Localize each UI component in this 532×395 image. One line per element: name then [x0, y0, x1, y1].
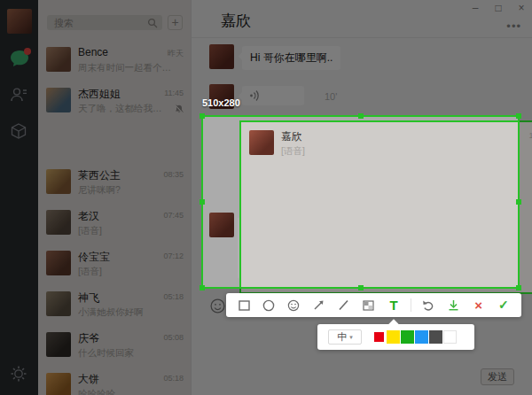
conversation-menu-button[interactable]: ••• [506, 19, 521, 33]
contacts-icon [10, 86, 27, 104]
message-preview: 周末有时间一起看个电影 [78, 62, 171, 74]
chat-list: 搜索 + Bence 昨天 周末有时间一起看个电影 杰西姐姐 11:45 天了噜… [38, 0, 191, 395]
avatar [46, 332, 71, 357]
avatar [46, 373, 71, 395]
cancel-button[interactable]: × [471, 298, 487, 314]
text-tool-button[interactable]: T [386, 298, 402, 314]
resize-handle[interactable] [200, 113, 205, 119]
save-download-button[interactable] [446, 298, 462, 314]
message-text: Hi 哥你在哪里啊.. [250, 51, 332, 64]
list-item-laixigongzhu[interactable]: 莱西公主 08:35 尼讲咪啊? [38, 161, 191, 202]
contact-name: 庆爷 [78, 331, 99, 346]
settings-gear-icon [10, 365, 27, 383]
peer-avatar[interactable] [209, 44, 234, 69]
message-preview: [语音] [78, 225, 171, 237]
last-time: 11:45 [164, 89, 184, 97]
mosaic-icon [363, 300, 374, 311]
list-item-lingbaobao[interactable]: 伶宝宝 07:12 [语音] [38, 243, 191, 283]
message-preview: 小满她叔你好啊 [78, 306, 171, 319]
minimize-button[interactable]: – [469, 2, 481, 14]
color-swatch-red[interactable] [372, 330, 386, 344]
resize-handle[interactable] [358, 113, 364, 119]
confirm-check-icon: ✓ [498, 298, 509, 312]
send-button[interactable]: 发送 [481, 368, 514, 385]
voice-duration: 10' [325, 91, 337, 102]
last-time: 05:08 [163, 333, 184, 342]
color-swatch-dark[interactable] [429, 330, 442, 344]
last-time: 08:35 [163, 170, 184, 179]
avatar [46, 210, 71, 235]
my-avatar[interactable] [7, 9, 32, 34]
contact-name: 杰西姐姐 [78, 87, 121, 102]
resize-handle[interactable] [200, 199, 205, 205]
message-preview: 天了噜，这都给我发现哈.. [78, 103, 163, 115]
confirm-button[interactable]: ✓ [496, 298, 512, 314]
pen-tool-button[interactable] [336, 298, 352, 314]
ellipse-tool-button[interactable] [261, 298, 277, 314]
resize-handle[interactable] [358, 285, 364, 290]
avatar [46, 88, 71, 112]
resize-handle[interactable] [516, 113, 521, 119]
pen-icon [338, 299, 349, 311]
voice-message[interactable] [242, 86, 304, 105]
list-item-qingye[interactable]: 庆爷 05:08 什么时候回家 [38, 324, 191, 365]
header-divider [192, 37, 532, 38]
color-swatch-white[interactable] [443, 330, 457, 344]
chevron-down-icon: ▾ [349, 334, 353, 341]
add-chat-button[interactable]: + [168, 15, 183, 30]
last-time: 07:45 [163, 211, 184, 220]
emoji-stamp-tool-button[interactable] [286, 298, 301, 314]
font-size-dropdown[interactable]: 中 ▾ [328, 329, 362, 345]
collections-box-icon [10, 122, 27, 140]
resize-handle[interactable] [516, 199, 521, 205]
mosaic-tool-button[interactable] [361, 298, 377, 314]
last-time: 10:44 [528, 131, 532, 140]
voice-wave-icon [249, 89, 262, 102]
list-item-bence[interactable]: Bence 昨天 周末有时间一起看个电影 [38, 39, 191, 80]
list-item-dabing[interactable]: 大饼 05:18 哈哈哈哈 [38, 365, 191, 395]
search-input[interactable]: 搜索 [47, 15, 162, 30]
contact-name: Bence [78, 46, 108, 58]
avatar [46, 291, 71, 316]
undo-icon [422, 299, 434, 311]
color-swatch-blue[interactable] [415, 330, 428, 344]
resize-handle[interactable] [516, 285, 521, 290]
screenshot-selection[interactable] [201, 115, 520, 289]
rectangle-tool-button[interactable] [236, 298, 252, 314]
emoji-icon [287, 299, 300, 312]
contact-name: 老汉 [78, 209, 99, 224]
wechat-window: 搜索 + Bence 昨天 周末有时间一起看个电影 杰西姐姐 11:45 天了噜… [0, 0, 532, 395]
nav-rail [0, 0, 38, 395]
toolbar-separator [411, 298, 411, 312]
settings-button[interactable] [10, 365, 29, 384]
resize-handle[interactable] [200, 285, 205, 290]
message-preview: [语音] [78, 266, 171, 278]
list-item-laohan[interactable]: 老汉 07:45 [语音] [38, 202, 191, 243]
contact-name: 莱西公主 [78, 168, 121, 183]
font-size-value: 中 [337, 330, 347, 344]
incoming-message[interactable]: Hi 哥你在哪里啊.. [242, 46, 340, 70]
last-time: 昨天 [168, 48, 184, 59]
text-options-popup: 中 ▾ [317, 324, 474, 350]
avatar [46, 169, 71, 194]
emoji-button[interactable] [210, 298, 225, 314]
chats-tab[interactable] [10, 50, 29, 69]
maximize-button[interactable]: □ [492, 2, 505, 14]
contact-name: 大饼 [78, 372, 99, 387]
ellipse-icon [262, 299, 275, 312]
arrow-tool-button[interactable] [311, 298, 327, 314]
message-preview: 尼讲咪啊? [78, 184, 171, 197]
list-item-shenfei[interactable]: 神飞 05:18 小满她叔你好啊 [38, 283, 191, 324]
contacts-tab[interactable] [10, 86, 29, 105]
list-item-jiexijiejie[interactable]: 杰西姐姐 11:45 天了噜，这都给我发现哈.. [38, 80, 191, 120]
download-icon [448, 299, 459, 311]
undo-button[interactable] [420, 298, 436, 314]
conversation-title: 嘉欣 [221, 11, 251, 31]
close-button[interactable]: × [515, 2, 528, 14]
color-swatch-green[interactable] [401, 330, 414, 344]
color-swatch-yellow[interactable] [387, 330, 400, 344]
mute-icon [175, 105, 184, 113]
color-palette [372, 330, 457, 344]
avatar [46, 47, 71, 72]
collections-tab[interactable] [10, 122, 29, 142]
